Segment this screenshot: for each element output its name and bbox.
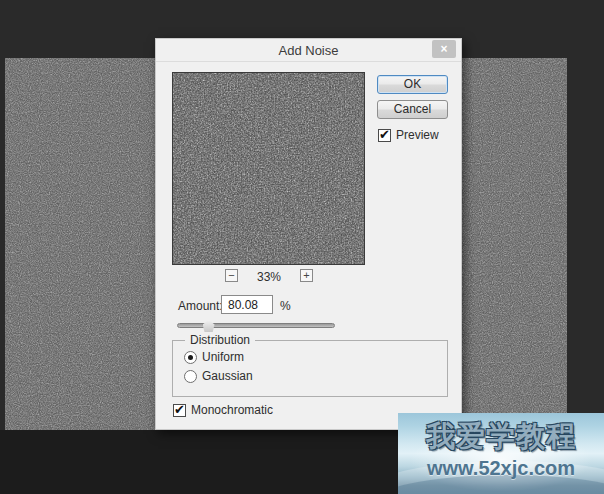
distribution-legend: Distribution xyxy=(185,333,255,347)
amount-slider[interactable] xyxy=(177,320,335,332)
radio-dot xyxy=(188,355,193,360)
distribution-group: Distribution Uniform Gaussian xyxy=(172,340,448,397)
zoom-in-button[interactable]: + xyxy=(300,269,313,282)
minus-icon: − xyxy=(228,269,234,281)
photoshop-workspace: Add Noise × − 33% + Amount: % Distributi… xyxy=(0,0,604,494)
preview-checkbox[interactable]: ✔ Preview xyxy=(378,128,439,142)
close-icon[interactable]: × xyxy=(432,40,456,58)
monochromatic-label[interactable]: Monochromatic xyxy=(191,403,273,417)
plus-icon: + xyxy=(303,269,309,281)
add-noise-dialog: Add Noise × − 33% + Amount: % Distributi… xyxy=(155,38,462,430)
watermark-banner: 我爱学教程 www.52xjc.com xyxy=(398,413,604,494)
amount-slider-thumb[interactable] xyxy=(203,320,215,332)
watermark-site-name: 我爱学教程 xyxy=(398,417,604,457)
checkbox-icon[interactable]: ✔ xyxy=(378,129,391,142)
amount-unit-label: % xyxy=(280,299,291,313)
radio-button-icon[interactable] xyxy=(184,370,197,383)
ok-button[interactable]: OK xyxy=(377,75,448,94)
checkmark-icon: ✔ xyxy=(379,127,390,142)
checkbox-icon[interactable]: ✔ xyxy=(173,404,186,417)
radio-uniform-label[interactable]: Uniform xyxy=(202,350,244,364)
zoom-level-label: 33% xyxy=(242,270,296,284)
zoom-out-button[interactable]: − xyxy=(225,269,238,282)
dialog-titlebar[interactable]: Add Noise × xyxy=(156,39,461,62)
dialog-title: Add Noise xyxy=(156,43,461,58)
radio-gaussian-label[interactable]: Gaussian xyxy=(202,369,253,383)
radio-gaussian[interactable]: Gaussian xyxy=(184,369,253,383)
checkmark-icon: ✔ xyxy=(174,402,185,417)
preview-label[interactable]: Preview xyxy=(396,128,439,142)
monochromatic-checkbox[interactable]: ✔ Monochromatic xyxy=(173,403,273,417)
amount-input[interactable] xyxy=(221,295,273,314)
cancel-button[interactable]: Cancel xyxy=(377,100,448,119)
radio-uniform[interactable]: Uniform xyxy=(184,350,244,364)
radio-button-icon[interactable] xyxy=(184,351,197,364)
amount-slider-track[interactable] xyxy=(177,323,335,328)
amount-label: Amount: xyxy=(178,299,223,313)
watermark-site-url: www.52xjc.com xyxy=(398,457,604,480)
noise-preview-thumbnail[interactable] xyxy=(172,72,365,265)
